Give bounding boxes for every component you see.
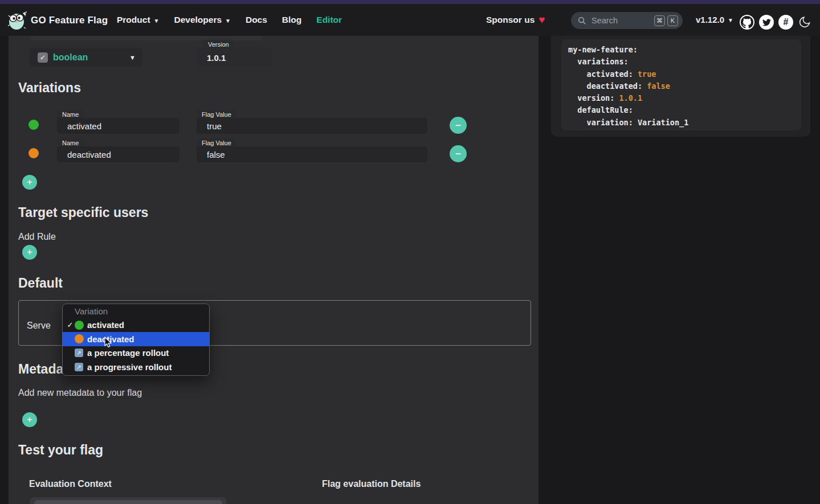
variation-color-dot: [28, 148, 39, 158]
version-input[interactable]: 1.0.1: [197, 48, 272, 67]
svg-text:1: 1: [25, 11, 27, 17]
variation-color-dot: [75, 334, 84, 343]
k-keycap: K: [667, 15, 678, 26]
github-icon[interactable]: [740, 15, 754, 30]
nav-item-docs[interactable]: Docs: [246, 15, 267, 25]
flag-evaluation-details-header: Flag evaluation Details: [322, 479, 421, 489]
variation-name-input[interactable]: deactivated: [57, 146, 179, 162]
twitter-icon[interactable]: [759, 15, 774, 30]
checkbox-icon: ✓: [38, 52, 48, 63]
add-metadata-button[interactable]: +: [22, 412, 37, 427]
dropdown-option-deactivated[interactable]: deactivated: [63, 332, 209, 346]
dropdown-option-a-percentage-rollout[interactable]: ↗a percentage rollout: [63, 346, 209, 360]
option-label: activated: [87, 320, 124, 330]
page: 1 GO Feature Flag Product▼Developers▼Doc…: [0, 0, 820, 504]
yaml-code-block: my-new-feature: variations: activated: t…: [561, 39, 801, 130]
nav-menu: Product▼Developers▼DocsBlogEditor: [117, 4, 342, 36]
variations-heading: Variations: [18, 80, 81, 96]
variation-name-label: Name: [57, 110, 84, 118]
rollout-icon: ↗: [75, 349, 83, 357]
option-label: a percentage rollout: [87, 348, 169, 358]
variation-color-dot: [75, 321, 84, 330]
chevron-down-icon: ▼: [728, 17, 733, 23]
add-rule-button[interactable]: +: [22, 245, 37, 260]
sponsor-label: Sponsor us: [486, 15, 535, 25]
add-rule-label: Add Rule: [18, 232, 56, 242]
test-flag-heading: Test your flag: [18, 442, 103, 458]
default-heading: Default: [18, 276, 63, 291]
evaluation-context-editor[interactable]: [30, 497, 227, 504]
dropdown-option-a-progressive-rollout[interactable]: ↗a progressive rollout: [63, 360, 209, 374]
variation-color-dot: [28, 120, 39, 130]
remove-variation-button[interactable]: −: [450, 117, 467, 134]
evaluation-context-header: Evaluation Context: [29, 479, 112, 489]
variation-dropdown-menu: Variation ✓activateddeactivated↗a percen…: [62, 304, 210, 376]
navbar: 1 GO Feature Flag Product▼Developers▼Doc…: [0, 4, 820, 36]
cmd-keycap: ⌘: [654, 15, 665, 26]
nav-item-product[interactable]: Product▼: [117, 15, 159, 25]
nav-item-label: Editor: [316, 15, 342, 25]
metadata-subtitle: Add new metadata to your flag: [18, 388, 142, 398]
dark-mode-icon[interactable]: [798, 15, 811, 29]
chevron-down-icon: ▼: [154, 18, 160, 24]
remove-variation-button[interactable]: −: [450, 145, 467, 162]
flag-value-input[interactable]: true: [197, 118, 427, 134]
top-accent-strip: [0, 0, 820, 4]
variation-name-input[interactable]: activated: [57, 118, 179, 134]
option-label: a progressive rollout: [87, 362, 172, 372]
slack-icon[interactable]: #: [778, 15, 793, 30]
flag-value-label: Flag Value: [197, 110, 236, 118]
nav-item-blog[interactable]: Blog: [282, 15, 301, 25]
nav-item-editor[interactable]: Editor: [316, 15, 342, 25]
version-label: Version: [203, 40, 234, 48]
add-variation-button[interactable]: +: [22, 175, 37, 190]
yaml-line: defaultRule:: [568, 104, 794, 116]
yaml-preview-panel: my-new-feature: variations: activated: t…: [551, 36, 810, 137]
flag-value-label: Flag Value: [197, 138, 236, 147]
yaml-line: deactivated: false: [568, 80, 794, 92]
yaml-line: variations:: [568, 56, 794, 68]
yaml-line: variation: Variation_1: [568, 117, 794, 129]
nav-item-developers[interactable]: Developers▼: [174, 15, 230, 25]
brand-title[interactable]: GO Feature Flag: [31, 15, 108, 26]
check-icon: ✓: [66, 321, 75, 329]
targeting-heading: Target specific users: [18, 205, 148, 220]
nav-item-label: Developers: [174, 15, 222, 25]
heart-icon: ♥: [538, 14, 545, 25]
dropdown-options: ✓activateddeactivated↗a percentage rollo…: [63, 318, 209, 374]
nav-item-label: Product: [117, 15, 150, 25]
flag-value-input[interactable]: false: [197, 146, 427, 162]
chevron-down-icon: ▼: [225, 18, 231, 24]
yaml-line: version: 1.0.1: [568, 92, 794, 104]
yaml-line: my-new-feature:: [568, 44, 794, 56]
dropdown-group-label: Variation: [63, 304, 209, 318]
yaml-line: activated: true: [568, 68, 794, 80]
flag-type-value: boolean: [53, 52, 129, 63]
search-placeholder: Search: [591, 16, 652, 25]
mouse-cursor: [104, 337, 113, 349]
editor-form: ✓ boolean ▼ Version 1.0.1 Variations Nam…: [9, 36, 538, 504]
variation-name-label: Name: [57, 138, 84, 147]
search-input[interactable]: Search ⌘ K: [571, 12, 683, 29]
social-links: #: [740, 15, 811, 30]
version-label: v1.12.0: [696, 15, 724, 24]
dropdown-option-activated[interactable]: ✓activated: [63, 318, 209, 333]
sponsor-link[interactable]: Sponsor us ♥: [486, 14, 545, 25]
evaluation-context-editor-inner: [34, 500, 222, 504]
nav-item-label: Blog: [282, 15, 301, 25]
serve-label: Serve: [27, 321, 51, 331]
nav-item-label: Docs: [246, 15, 267, 25]
gopher-logo[interactable]: 1: [7, 9, 28, 31]
version-dropdown[interactable]: v1.12.0 ▼: [696, 15, 733, 24]
search-icon: [578, 17, 586, 25]
rollout-icon: ↗: [75, 363, 83, 371]
chevron-down-icon: ▼: [129, 54, 136, 61]
flag-type-select[interactable]: ✓ boolean ▼: [30, 48, 142, 67]
